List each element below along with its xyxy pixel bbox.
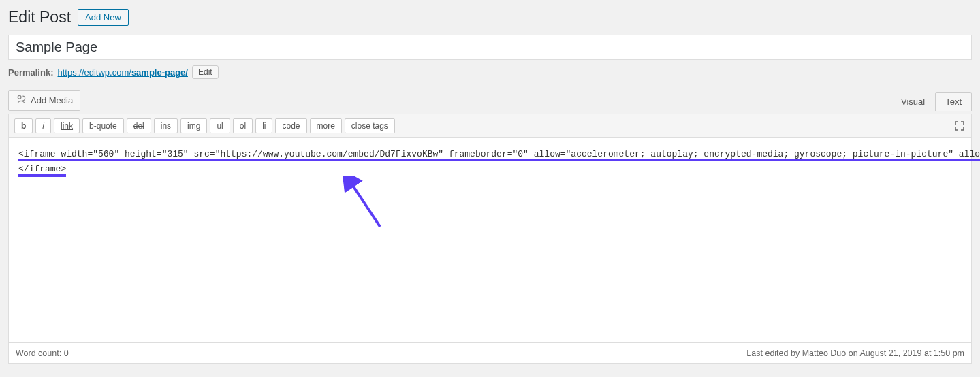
toolbar-del-button[interactable]: del: [127, 118, 151, 133]
toolbar-ol-button[interactable]: ol: [233, 118, 253, 133]
media-tabs-row: Add Media Visual Text: [8, 90, 972, 111]
editor-tabs: Visual Text: [891, 92, 972, 111]
toolbar-italic-button[interactable]: i: [35, 118, 51, 133]
post-title-input[interactable]: [8, 35, 972, 60]
annotation-arrow-icon: [343, 176, 390, 230]
fullscreen-icon[interactable]: [953, 120, 966, 132]
toolbar-ins-button[interactable]: ins: [154, 118, 178, 133]
edit-permalink-button[interactable]: Edit: [192, 65, 219, 79]
permalink-row: Permalink: https://editwp.com/sample-pag…: [8, 65, 972, 79]
add-media-label: Add Media: [31, 95, 73, 105]
editor-toolbar: b i link b-quote del ins img ul ol li co…: [9, 114, 971, 138]
editor-box: b i link b-quote del ins img ul ol li co…: [8, 114, 972, 364]
add-new-button[interactable]: Add New: [78, 9, 129, 26]
editor-line-1: <iframe width="560" height="315" src="ht…: [18, 149, 980, 161]
toolbar-more-button[interactable]: more: [310, 118, 342, 133]
status-bar: Word count: 0 Last edited by Matteo Duò …: [9, 342, 971, 363]
permalink-label: Permalink:: [8, 67, 53, 78]
word-count: Word count: 0: [16, 348, 69, 358]
media-icon: [16, 94, 27, 107]
toolbar-li-button[interactable]: li: [255, 118, 272, 133]
toolbar-ul-button[interactable]: ul: [210, 118, 230, 133]
word-count-label: Word count:: [16, 348, 64, 358]
toolbar-img-button[interactable]: img: [180, 118, 207, 133]
tab-text[interactable]: Text: [935, 92, 972, 111]
permalink-slug: sample-page/: [131, 67, 188, 78]
editor-line-2: </iframe>: [18, 164, 66, 177]
svg-line-1: [351, 182, 380, 227]
toolbar-link-button[interactable]: link: [54, 118, 80, 133]
post-title-wrap: [8, 35, 972, 60]
editor-textarea[interactable]: <iframe width="560" height="315" src="ht…: [9, 138, 971, 342]
toolbar-bold-button[interactable]: b: [14, 118, 33, 133]
toolbar-code-button[interactable]: code: [275, 118, 306, 133]
page-title: Edit Post: [8, 8, 71, 27]
tab-visual[interactable]: Visual: [891, 92, 935, 111]
permalink-link[interactable]: https://editwp.com/sample-page/: [57, 67, 187, 78]
add-media-button[interactable]: Add Media: [8, 90, 80, 111]
page-header: Edit Post Add New: [8, 8, 972, 27]
last-edited: Last edited by Matteo Duò on August 21, …: [746, 348, 964, 358]
toolbar-bquote-button[interactable]: b-quote: [82, 118, 124, 133]
toolbar-closetags-button[interactable]: close tags: [345, 118, 395, 133]
svg-point-0: [18, 95, 21, 99]
toolbar-left: b i link b-quote del ins img ul ol li co…: [14, 118, 395, 133]
word-count-value: 0: [64, 348, 69, 358]
permalink-base: https://editwp.com/: [57, 67, 131, 78]
